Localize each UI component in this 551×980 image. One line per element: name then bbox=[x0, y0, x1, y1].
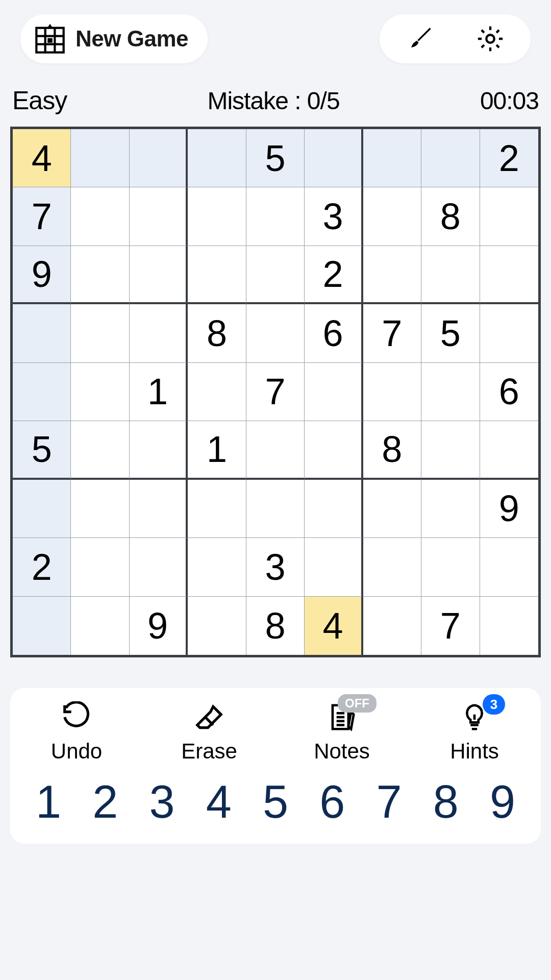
cell-r1-c6[interactable] bbox=[363, 187, 421, 246]
new-game-button[interactable]: New Game bbox=[20, 14, 208, 63]
cell-r4-c5[interactable] bbox=[305, 363, 363, 421]
numpad-2[interactable]: 2 bbox=[82, 776, 128, 828]
cell-r4-c1[interactable] bbox=[71, 363, 129, 421]
cell-r8-c7[interactable]: 7 bbox=[421, 597, 480, 655]
cell-r1-c1[interactable] bbox=[71, 187, 129, 246]
cell-r5-c3[interactable]: 1 bbox=[188, 421, 246, 479]
cell-r8-c5[interactable]: 4 bbox=[305, 597, 363, 655]
cell-r6-c2[interactable] bbox=[130, 480, 188, 538]
cell-r3-c6[interactable]: 7 bbox=[363, 304, 421, 362]
cell-r2-c6[interactable] bbox=[363, 246, 421, 304]
numpad-1[interactable]: 1 bbox=[26, 776, 71, 828]
numpad-3[interactable]: 3 bbox=[139, 776, 185, 828]
cell-r8-c2[interactable]: 9 bbox=[130, 597, 188, 655]
erase-button[interactable]: Erase bbox=[158, 701, 260, 764]
cell-r7-c7[interactable] bbox=[421, 538, 480, 596]
cell-r0-c1[interactable] bbox=[71, 129, 129, 187]
cell-r8-c4[interactable]: 8 bbox=[246, 597, 305, 655]
cell-r0-c5[interactable] bbox=[305, 129, 363, 187]
cell-r6-c0[interactable] bbox=[13, 480, 71, 538]
cell-r4-c6[interactable] bbox=[363, 363, 421, 421]
cell-r4-c8[interactable]: 6 bbox=[480, 363, 538, 421]
cell-r0-c8[interactable]: 2 bbox=[480, 129, 538, 187]
cell-r4-c7[interactable] bbox=[421, 363, 480, 421]
cell-r2-c2[interactable] bbox=[130, 246, 188, 304]
cell-r6-c3[interactable] bbox=[188, 480, 246, 538]
settings-button[interactable] bbox=[475, 24, 505, 54]
numpad-8[interactable]: 8 bbox=[423, 776, 469, 828]
cell-r1-c7[interactable]: 8 bbox=[421, 187, 480, 246]
numpad-9[interactable]: 9 bbox=[480, 776, 525, 828]
cell-r7-c5[interactable] bbox=[305, 538, 363, 596]
cell-r7-c8[interactable] bbox=[480, 538, 538, 596]
cell-r0-c3[interactable] bbox=[188, 129, 246, 187]
cell-r6-c5[interactable] bbox=[305, 480, 363, 538]
cell-r1-c8[interactable] bbox=[480, 187, 538, 246]
cell-r5-c0[interactable]: 5 bbox=[13, 421, 71, 479]
cell-r3-c3[interactable]: 8 bbox=[188, 304, 246, 362]
cell-r5-c2[interactable] bbox=[130, 421, 188, 479]
cell-r5-c1[interactable] bbox=[71, 421, 129, 479]
cell-r0-c7[interactable] bbox=[421, 129, 480, 187]
cell-r3-c8[interactable] bbox=[480, 304, 538, 362]
cell-r6-c8[interactable]: 9 bbox=[480, 480, 538, 538]
cell-r2-c1[interactable] bbox=[71, 246, 129, 304]
undo-button[interactable]: Undo bbox=[26, 701, 128, 764]
notes-state-badge: OFF bbox=[338, 694, 377, 713]
cell-r0-c0[interactable]: 4 bbox=[13, 129, 71, 187]
cell-r3-c1[interactable] bbox=[71, 304, 129, 362]
cell-r3-c5[interactable]: 6 bbox=[305, 304, 363, 362]
cell-r3-c0[interactable] bbox=[13, 304, 71, 362]
cell-r8-c6[interactable] bbox=[363, 597, 421, 655]
cell-r5-c7[interactable] bbox=[421, 421, 480, 479]
cell-r5-c6[interactable]: 8 bbox=[363, 421, 421, 479]
cell-r1-c2[interactable] bbox=[130, 187, 188, 246]
cell-r7-c0[interactable]: 2 bbox=[13, 538, 71, 596]
cell-r6-c7[interactable] bbox=[421, 480, 480, 538]
cell-r6-c6[interactable] bbox=[363, 480, 421, 538]
cell-r2-c4[interactable] bbox=[246, 246, 305, 304]
cell-r8-c8[interactable] bbox=[480, 597, 538, 655]
cell-r2-c8[interactable] bbox=[480, 246, 538, 304]
cell-r8-c3[interactable] bbox=[188, 597, 246, 655]
cell-r8-c1[interactable] bbox=[71, 597, 129, 655]
cell-r7-c2[interactable] bbox=[130, 538, 188, 596]
cell-r4-c2[interactable]: 1 bbox=[130, 363, 188, 421]
cell-r7-c4[interactable]: 3 bbox=[246, 538, 305, 596]
cell-r2-c3[interactable] bbox=[188, 246, 246, 304]
theme-button[interactable] bbox=[405, 24, 435, 54]
cell-r3-c7[interactable]: 5 bbox=[421, 304, 480, 362]
cell-r5-c5[interactable] bbox=[305, 421, 363, 479]
cell-r4-c4[interactable]: 7 bbox=[246, 363, 305, 421]
cell-r1-c4[interactable] bbox=[246, 187, 305, 246]
cell-r7-c1[interactable] bbox=[71, 538, 129, 596]
cell-r7-c3[interactable] bbox=[188, 538, 246, 596]
cell-r3-c4[interactable] bbox=[246, 304, 305, 362]
cell-r6-c4[interactable] bbox=[246, 480, 305, 538]
cell-r6-c1[interactable] bbox=[71, 480, 129, 538]
cell-r4-c0[interactable] bbox=[13, 363, 71, 421]
cell-r1-c3[interactable] bbox=[188, 187, 246, 246]
cell-r1-c5[interactable]: 3 bbox=[305, 187, 363, 246]
numpad-6[interactable]: 6 bbox=[309, 776, 355, 828]
notes-button[interactable]: OFF Notes bbox=[291, 701, 393, 764]
cell-r5-c4[interactable] bbox=[246, 421, 305, 479]
cell-r0-c4[interactable]: 5 bbox=[246, 129, 305, 187]
brush-icon bbox=[405, 24, 435, 54]
hints-button[interactable]: 3 Hints bbox=[423, 701, 525, 764]
cell-r1-c0[interactable]: 7 bbox=[13, 187, 71, 246]
cell-r0-c2[interactable] bbox=[130, 129, 188, 187]
numpad-7[interactable]: 7 bbox=[366, 776, 412, 828]
cell-r2-c0[interactable]: 9 bbox=[13, 246, 71, 304]
cell-r3-c2[interactable] bbox=[130, 304, 188, 362]
cell-r2-c7[interactable] bbox=[421, 246, 480, 304]
cell-r8-c0[interactable] bbox=[13, 597, 71, 655]
cell-r2-c5[interactable]: 2 bbox=[305, 246, 363, 304]
numpad-5[interactable]: 5 bbox=[253, 776, 298, 828]
cell-r4-c3[interactable] bbox=[188, 363, 246, 421]
cell-r7-c6[interactable] bbox=[363, 538, 421, 596]
cell-r0-c6[interactable] bbox=[363, 129, 421, 187]
cell-r5-c8[interactable] bbox=[480, 421, 538, 479]
undo-icon bbox=[61, 701, 92, 733]
numpad-4[interactable]: 4 bbox=[196, 776, 242, 828]
